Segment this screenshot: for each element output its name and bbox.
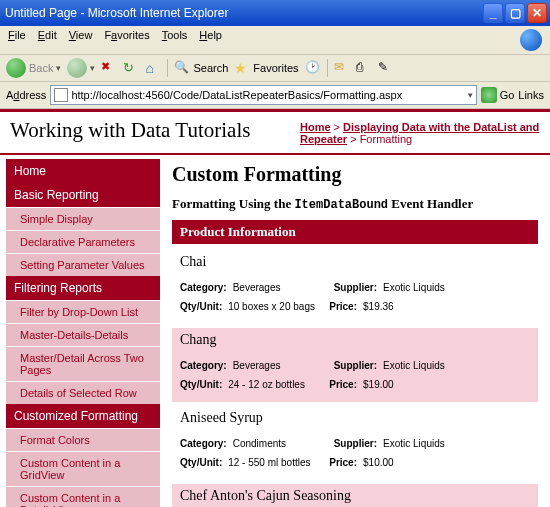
menu-edit[interactable]: Edit — [38, 29, 57, 51]
breadcrumb-current: Formatting — [360, 133, 413, 145]
supplier-value: Exotic Liquids — [383, 434, 445, 453]
address-bar: Address ▾ Go Links — [0, 82, 550, 109]
qty-value: 12 - 550 ml bottles — [228, 453, 323, 472]
home-icon[interactable] — [145, 60, 161, 76]
address-input[interactable] — [71, 89, 464, 101]
price-label: Price: — [329, 453, 357, 472]
page-header: Working with Data Tutorials Home > Displ… — [0, 112, 550, 155]
address-input-wrap[interactable]: ▾ — [50, 85, 476, 105]
category-label: Category: — [180, 278, 227, 297]
edit-icon[interactable] — [378, 60, 394, 76]
nav-item[interactable]: Simple Display — [6, 207, 160, 230]
star-icon — [234, 60, 250, 76]
window-controls: _ ▢ ✕ — [483, 3, 547, 23]
category-value: Beverages — [233, 278, 328, 297]
supplier-value: Exotic Liquids — [383, 356, 445, 375]
supplier-value: Exotic Liquids — [383, 278, 445, 297]
window-title: Untitled Page - Microsoft Internet Explo… — [5, 6, 483, 20]
stop-icon[interactable] — [101, 60, 117, 76]
close-button[interactable]: ✕ — [527, 3, 547, 23]
go-button[interactable]: Go — [481, 87, 515, 103]
favorites-button[interactable]: Favorites — [234, 60, 298, 76]
nav-header[interactable]: Basic Reporting — [6, 183, 160, 207]
menu-help[interactable]: Help — [199, 29, 222, 51]
product-item: Chef Anton's Cajun SeasoningCategory: Co… — [172, 484, 538, 507]
page-content: Working with Data Tutorials Home > Displ… — [0, 109, 550, 507]
category-value: Condiments — [233, 434, 328, 453]
nav-item[interactable]: Master/Detail Across Two Pages — [6, 346, 160, 381]
separator — [167, 59, 168, 77]
product-name: Chai — [180, 254, 530, 270]
qty-value: 24 - 12 oz bottles — [228, 375, 323, 394]
product-name: Chef Anton's Cajun Seasoning — [180, 488, 530, 504]
nav-header[interactable]: Customized Formatting — [6, 404, 160, 428]
search-icon — [174, 60, 190, 76]
window-titlebar: Untitled Page - Microsoft Internet Explo… — [0, 0, 550, 26]
nav-item[interactable]: Custom Content in a GridView — [6, 451, 160, 486]
minimize-button[interactable]: _ — [483, 3, 503, 23]
menu-favorites[interactable]: Favorites — [104, 29, 149, 51]
qty-label: Qty/Unit: — [180, 375, 222, 394]
sidebar: HomeBasic ReportingSimple DisplayDeclara… — [0, 155, 160, 507]
history-icon[interactable] — [305, 60, 321, 76]
section-header: Product Information — [172, 220, 538, 244]
links-label[interactable]: Links — [518, 89, 544, 101]
nav-item[interactable]: Declarative Parameters — [6, 230, 160, 253]
nav-header[interactable]: Home — [6, 159, 160, 183]
nav-item[interactable]: Setting Parameter Values — [6, 253, 160, 276]
ie-logo-icon — [520, 29, 542, 51]
menu-tools[interactable]: Tools — [162, 29, 188, 51]
nav-item[interactable]: Details of Selected Row — [6, 381, 160, 404]
price-value: $19.00 — [363, 375, 394, 394]
breadcrumb: Home > Displaying Data with the DataList… — [300, 118, 540, 145]
print-icon[interactable] — [356, 60, 372, 76]
category-label: Category: — [180, 356, 227, 375]
back-button[interactable]: Back▾ — [6, 58, 61, 78]
toolbar: Back▾ ▾ Search Favorites — [0, 55, 550, 82]
product-item: Aniseed SyrupCategory: Condiments Suppli… — [172, 406, 538, 480]
nav-item[interactable]: Filter by Drop-Down List — [6, 300, 160, 323]
chevron-down-icon: ▾ — [56, 63, 61, 73]
supplier-label: Supplier: — [334, 356, 377, 375]
separator — [327, 59, 328, 77]
qty-label: Qty/Unit: — [180, 453, 222, 472]
price-label: Price: — [329, 375, 357, 394]
refresh-icon[interactable] — [123, 60, 139, 76]
menu-view[interactable]: View — [69, 29, 93, 51]
address-label: Address — [6, 89, 46, 101]
product-details: Category: Beverages Supplier: Exotic Liq… — [180, 356, 530, 394]
menu-file[interactable]: File — [8, 29, 26, 51]
search-button[interactable]: Search — [174, 60, 228, 76]
forward-button[interactable]: ▾ — [67, 58, 95, 78]
supplier-label: Supplier: — [334, 278, 377, 297]
back-icon — [6, 58, 26, 78]
breadcrumb-section[interactable]: Displaying Data with the DataList and Re… — [300, 121, 539, 145]
product-details: Category: Beverages Supplier: Exotic Liq… — [180, 278, 530, 316]
main-heading: Custom Formatting — [172, 163, 538, 186]
menu-bar: File Edit View Favorites Tools Help — [0, 26, 550, 55]
nav-item[interactable]: Format Colors — [6, 428, 160, 451]
breadcrumb-home[interactable]: Home — [300, 121, 331, 133]
page-icon — [54, 88, 68, 102]
forward-icon — [67, 58, 87, 78]
product-item: ChaiCategory: Beverages Supplier: Exotic… — [172, 250, 538, 324]
mail-icon[interactable] — [334, 60, 350, 76]
nav-header[interactable]: Filtering Reports — [6, 276, 160, 300]
product-name: Aniseed Syrup — [180, 410, 530, 426]
supplier-label: Supplier: — [334, 434, 377, 453]
main-content: Custom Formatting Formatting Using the I… — [160, 155, 550, 507]
price-value: $19.36 — [363, 297, 394, 316]
qty-value: 10 boxes x 20 bags — [228, 297, 323, 316]
chevron-down-icon[interactable]: ▾ — [468, 90, 473, 100]
qty-label: Qty/Unit: — [180, 297, 222, 316]
maximize-button[interactable]: ▢ — [505, 3, 525, 23]
product-item: ChangCategory: Beverages Supplier: Exoti… — [172, 328, 538, 402]
product-details: Category: Condiments Supplier: Exotic Li… — [180, 434, 530, 472]
main-subheading: Formatting Using the ItemDataBound Event… — [172, 196, 538, 212]
chevron-down-icon: ▾ — [90, 63, 95, 73]
product-name: Chang — [180, 332, 530, 348]
nav-item[interactable]: Custom Content in a DetailsView — [6, 486, 160, 507]
price-value: $10.00 — [363, 453, 394, 472]
category-label: Category: — [180, 434, 227, 453]
nav-item[interactable]: Master-Details-Details — [6, 323, 160, 346]
